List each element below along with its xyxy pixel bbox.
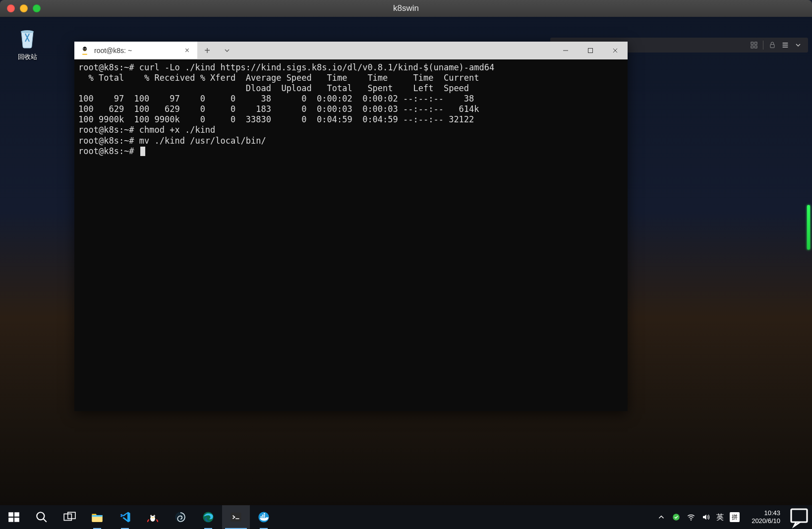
system-tray[interactable]: 英 拼 [652,512,745,522]
terminal-line: 100 629 100 629 0 0 183 0 0:00:03 0:00:0… [78,104,479,114]
windows-icon [7,511,20,524]
tab-dropdown-button[interactable] [217,42,237,59]
tray-sync-icon[interactable] [672,513,681,522]
taskbar-app-edge[interactable] [194,505,222,529]
search-button[interactable] [28,505,56,529]
recycle-bin[interactable]: 回收站 [10,27,45,61]
svg-point-27 [154,516,155,516]
file-explorer-icon [91,511,104,524]
edge-icon [202,511,215,524]
svg-point-28 [175,512,185,522]
terminal-window: root@k8s: ~ × + [74,42,628,411]
terminal-icon [230,511,242,524]
lock-icon [768,41,776,49]
vscode-icon [118,511,131,524]
taskbar: 英 拼 10:43 2020/6/10 [0,505,812,529]
svg-rect-15 [8,518,13,522]
window-controls [553,42,628,59]
svg-point-38 [673,514,680,521]
terminal-line: root@k8s:~# chmod +x ./kind [78,125,215,135]
svg-point-26 [151,516,151,516]
svg-rect-33 [262,516,263,517]
svg-rect-32 [261,516,262,517]
taskbar-app-explorer[interactable] [83,505,111,529]
notification-icon [787,505,811,529]
language-indicator-2[interactable]: 拼 [730,512,740,522]
side-indicator [807,205,810,250]
terminal-line: 100 97 100 97 0 0 38 0 0:00:02 0:00:02 -… [78,94,474,104]
svg-rect-12 [588,49,593,53]
svg-point-17 [37,512,44,520]
svg-point-11 [85,49,86,49]
svg-point-39 [691,520,692,521]
window-minimize-button[interactable] [553,42,578,59]
taskbar-app-vscode[interactable] [111,505,139,529]
volume-icon[interactable] [701,513,710,522]
window-close-button[interactable] [603,42,628,59]
svg-rect-40 [791,509,807,522]
recycle-bin-icon [15,27,39,51]
traffic-lights [7,4,41,12]
taskbar-app-terminal[interactable] [222,505,250,529]
wifi-icon[interactable] [687,513,696,522]
svg-rect-37 [264,513,265,514]
task-view-button[interactable] [56,505,83,529]
terminal-tab[interactable]: root@k8s: ~ × [74,42,197,59]
svg-rect-14 [14,512,19,517]
terminal-body[interactable]: root@k8s:~# curl -Lo ./kind https://kind… [74,59,628,411]
traffic-light-minimize[interactable] [20,4,28,12]
penguin-icon [146,511,159,524]
chevron-down-icon [223,47,231,54]
terminal-line: % Total % Received % Xferd Average Speed… [78,73,479,83]
hamburger-icon [781,41,789,49]
tray-chevron-up-icon[interactable] [657,513,666,522]
language-indicator-1[interactable]: 英 [716,513,724,522]
svg-rect-13 [8,512,13,517]
svg-rect-2 [751,46,754,48]
svg-rect-4 [770,45,774,48]
desktop[interactable]: 回收站 root@k8s: ~ × + [0,17,812,529]
svg-rect-1 [754,42,757,45]
svg-rect-30 [231,513,241,522]
task-view-icon [63,511,76,524]
outer-window-title: k8swin [0,3,812,13]
taskbar-app-docker[interactable] [250,505,278,529]
taskbar-clock[interactable]: 10:43 2020/6/10 [747,509,785,525]
svg-point-5 [21,30,34,33]
tux-icon [80,46,89,55]
svg-rect-0 [751,42,754,45]
taskbar-app-generic1[interactable] [167,505,194,529]
notification-center-button[interactable] [787,505,811,529]
traffic-light-zoom[interactable] [33,4,41,12]
window-maximize-button[interactable] [578,42,603,59]
start-button[interactable] [0,505,28,529]
terminal-tabbar: root@k8s: ~ × + [74,42,628,59]
terminal-tab-title: root@k8s: ~ [94,47,178,54]
svg-point-10 [84,49,84,49]
svg-rect-21 [92,515,102,517]
chevron-down-icon [794,41,802,49]
swirl-icon [174,511,187,524]
svg-rect-34 [264,516,265,517]
mac-titlebar[interactable]: k8swin [0,0,812,17]
terminal-line: 100 9900k 100 9900k 0 0 33830 0 0:04:59 … [78,114,474,124]
svg-rect-3 [754,46,757,48]
recycle-bin-label: 回收站 [18,53,37,61]
clock-date: 2020/6/10 [752,517,780,525]
new-tab-button[interactable]: + [197,42,217,59]
search-icon [35,511,48,524]
grid-icon [750,41,758,49]
terminal-line: root@k8s:~# mv ./kind /usr/local/bin/ [78,136,266,146]
svg-rect-16 [14,518,19,522]
docker-icon [257,511,270,524]
svg-rect-36 [264,515,265,516]
svg-rect-35 [262,515,263,516]
taskbar-app-qq[interactable] [139,505,167,529]
outer-window: k8swin 回收站 root@k8s: ~ × + [0,0,812,529]
tab-close-button[interactable]: × [183,45,191,56]
terminal-line: root@k8s:~# [78,146,139,156]
terminal-cursor [140,147,145,156]
terminal-line: Dload Upload Total Spent Left Speed [78,83,469,93]
traffic-light-close[interactable] [7,4,15,12]
terminal-line: root@k8s:~# curl -Lo ./kind https://kind… [78,62,494,72]
